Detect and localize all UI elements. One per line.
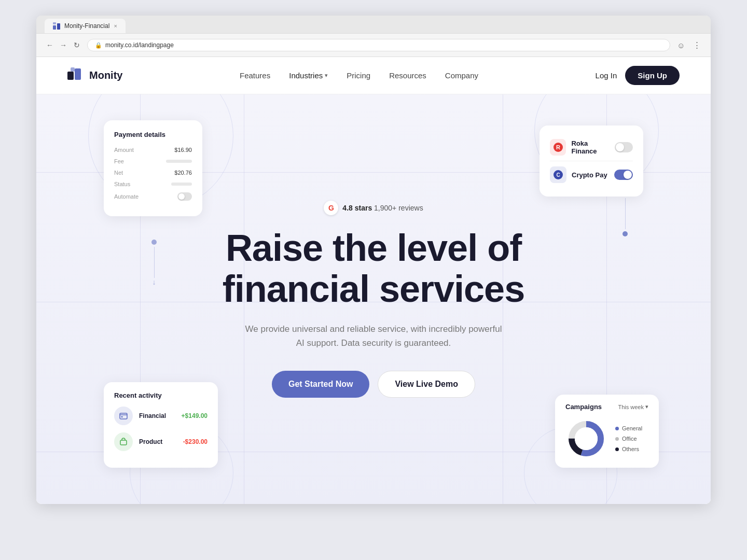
address-bar[interactable]: 🔒 monity.co.id/landingpage bbox=[87, 39, 670, 51]
nav-actions: Log In Sign Up bbox=[596, 66, 680, 85]
legend-others: Others bbox=[615, 446, 642, 452]
campaigns-card: Campaigns This week ▾ bbox=[555, 395, 659, 468]
view-demo-button[interactable]: View Live Demo bbox=[378, 371, 475, 398]
navbar: Monity Features Industries ▾ Pricing Res… bbox=[36, 57, 711, 94]
logo-icon bbox=[67, 67, 84, 84]
payment-details-card: Payment details Amount $16.90 Fee Net $2… bbox=[104, 120, 202, 216]
get-started-button[interactable]: Get Started Now bbox=[272, 371, 369, 398]
nav-buttons: ← → ↻ bbox=[45, 40, 82, 50]
menu-button[interactable]: ⋮ bbox=[691, 39, 702, 51]
signup-button[interactable]: Sign Up bbox=[625, 66, 680, 85]
campaigns-legend: General Office Others bbox=[615, 425, 642, 452]
campaigns-content: General Office Others bbox=[565, 418, 648, 459]
lock-icon: 🔒 bbox=[95, 42, 102, 49]
svg-rect-1 bbox=[57, 23, 60, 30]
svg-rect-3 bbox=[67, 72, 74, 80]
payment-row-amount: Amount $16.90 bbox=[114, 147, 192, 153]
crypto-toggle[interactable] bbox=[614, 170, 633, 180]
activity-product: Product -$230.00 bbox=[114, 432, 208, 451]
svg-rect-4 bbox=[75, 68, 81, 80]
legend-office: Office bbox=[615, 436, 642, 442]
activity-card-title: Recent activity bbox=[114, 391, 208, 399]
nav-industries[interactable]: Industries ▾ bbox=[289, 71, 328, 80]
svg-rect-2 bbox=[53, 22, 56, 24]
connector-crypto: C Crypto Pay bbox=[550, 161, 633, 188]
nav-company[interactable]: Company bbox=[445, 71, 478, 80]
connectors-card: R Roka Finance C bbox=[540, 125, 643, 197]
svg-rect-12 bbox=[120, 440, 127, 445]
payment-row-automate: Automate bbox=[114, 192, 192, 201]
activity-financial: Financial +$149.00 bbox=[114, 407, 208, 425]
forward-button[interactable]: → bbox=[58, 40, 68, 50]
nav-pricing[interactable]: Pricing bbox=[347, 71, 370, 80]
roka-toggle[interactable] bbox=[615, 142, 633, 152]
logo[interactable]: Monity bbox=[67, 67, 122, 84]
nav-resources[interactable]: Resources bbox=[389, 71, 426, 80]
tab-favicon-icon bbox=[53, 22, 60, 30]
refresh-button[interactable]: ↻ bbox=[72, 40, 82, 50]
svg-text:C: C bbox=[556, 172, 560, 178]
campaigns-donut-chart bbox=[565, 418, 607, 459]
legend-dot-general bbox=[615, 427, 619, 430]
nav-features[interactable]: Features bbox=[240, 71, 270, 80]
left-arrow-connector: ↓ bbox=[151, 240, 157, 286]
svg-rect-10 bbox=[120, 413, 127, 419]
browser-window: Monity-Financial × ← → ↻ 🔒 monity.co.id/… bbox=[36, 16, 711, 504]
chevron-down-icon: ▾ bbox=[645, 403, 648, 410]
nav-links: Features Industries ▾ Pricing Resources … bbox=[240, 71, 478, 80]
logo-text: Monity bbox=[89, 69, 122, 81]
svg-rect-11 bbox=[121, 416, 123, 417]
recent-activity-card: Recent activity Financial +$149.00 bbox=[104, 382, 218, 468]
svg-point-16 bbox=[575, 427, 598, 450]
svg-rect-0 bbox=[53, 25, 56, 30]
payment-row-status: Status bbox=[114, 181, 192, 187]
hero-buttons: Get Started Now View Live Demo bbox=[223, 371, 524, 398]
connector-roka: R Roka Finance bbox=[550, 134, 633, 161]
tab-close-button[interactable]: × bbox=[114, 23, 117, 29]
rating-text: 4.8 stars 1,900+ reviews bbox=[342, 204, 423, 212]
crypto-logo: C bbox=[550, 166, 566, 183]
browser-tab[interactable]: Monity-Financial × bbox=[45, 19, 126, 33]
payment-row-net: Net $20.76 bbox=[114, 170, 192, 176]
tab-bar: Monity-Financial × bbox=[36, 16, 711, 34]
legend-dot-office bbox=[615, 437, 619, 441]
browser-actions: ☺ ⋮ bbox=[675, 39, 702, 51]
back-button[interactable]: ← bbox=[45, 40, 55, 50]
website-content: Monity Features Industries ▾ Pricing Res… bbox=[36, 57, 711, 504]
fee-bar bbox=[166, 160, 192, 163]
legend-dot-others bbox=[615, 447, 619, 451]
tab-title: Monity-Financial bbox=[64, 22, 109, 30]
emoji-button[interactable]: ☺ bbox=[675, 39, 687, 51]
svg-rect-5 bbox=[71, 67, 75, 72]
payment-card-title: Payment details bbox=[114, 131, 192, 138]
hero-title: Raise the level of financial services bbox=[223, 228, 524, 310]
financial-icon bbox=[114, 407, 133, 425]
legend-general: General bbox=[615, 425, 642, 431]
payment-row-fee: Fee bbox=[114, 158, 192, 164]
hero-subtitle: We provide universal and reliable servic… bbox=[223, 322, 524, 350]
product-icon bbox=[114, 432, 133, 451]
hero-content: G 4.8 stars 1,900+ reviews Raise the lev… bbox=[223, 201, 524, 398]
google-icon: G bbox=[324, 201, 338, 215]
campaigns-header: Campaigns This week ▾ bbox=[565, 403, 648, 411]
week-selector[interactable]: This week ▾ bbox=[618, 403, 648, 410]
url-text: monity.co.id/landingpage bbox=[105, 41, 174, 49]
roka-logo: R bbox=[550, 139, 566, 156]
chevron-down-icon: ▾ bbox=[325, 72, 328, 79]
status-bar bbox=[171, 183, 192, 186]
rating-badge: G 4.8 stars 1,900+ reviews bbox=[223, 201, 524, 215]
browser-toolbar: ← → ↻ 🔒 monity.co.id/landingpage ☺ ⋮ bbox=[36, 34, 711, 57]
login-button[interactable]: Log In bbox=[596, 71, 617, 80]
hero-section: Payment details Amount $16.90 Fee Net $2… bbox=[36, 94, 711, 504]
svg-text:R: R bbox=[556, 144, 560, 150]
automate-toggle[interactable] bbox=[177, 192, 192, 201]
